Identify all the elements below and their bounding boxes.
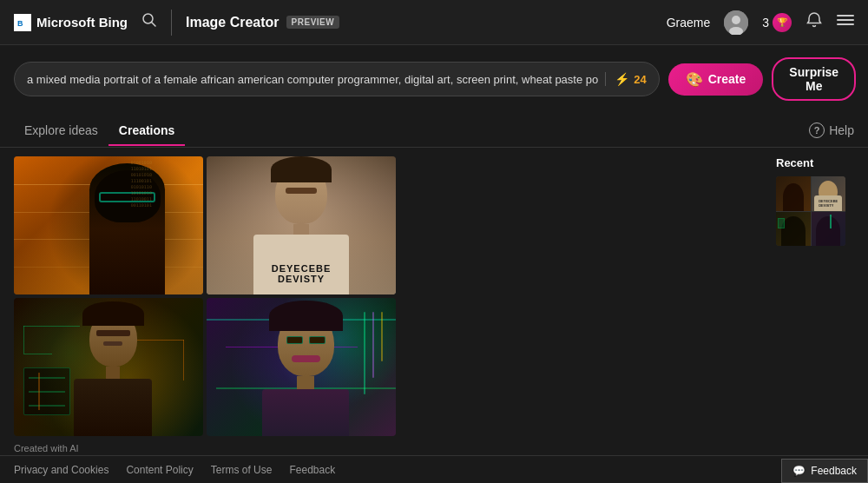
sidebar: Recent DEYECEBEDEVISTY bbox=[776, 156, 854, 455]
image-creator-title: Image Creator bbox=[186, 15, 279, 30]
recent-thumb-4[interactable] bbox=[812, 212, 846, 247]
bing-logo-text: Microsoft Bing bbox=[36, 15, 128, 30]
feedback-button[interactable]: 💬 Feedback bbox=[781, 459, 868, 483]
terms-link[interactable]: Terms of Use bbox=[211, 464, 273, 476]
boost-badge: ⚡ 24 bbox=[605, 72, 646, 86]
shirt-text-line2: DEVISTY bbox=[278, 274, 325, 284]
recent-thumb-2[interactable]: DEYECEBEDEVISTY bbox=[812, 176, 846, 211]
feedback-icon: 💬 bbox=[792, 465, 806, 477]
tab-creations-label: Creations bbox=[119, 123, 175, 137]
search-input-wrapper[interactable]: a mixed media portrait of a female afric… bbox=[14, 62, 660, 96]
header-right: Graeme 3 🏆 bbox=[667, 10, 854, 35]
generated-image-4[interactable] bbox=[207, 298, 396, 436]
main-content: 0100101011010101001010101110010101010110… bbox=[0, 148, 868, 464]
content-policy-link[interactable]: Content Policy bbox=[126, 464, 193, 476]
svg-rect-9 bbox=[837, 23, 854, 25]
recent-thumb-3[interactable] bbox=[776, 212, 811, 247]
svg-text:B: B bbox=[17, 19, 23, 28]
avatar[interactable] bbox=[724, 10, 748, 35]
bing-logo-box: B bbox=[14, 14, 31, 31]
created-with-ai: Created with AI bbox=[14, 443, 79, 453]
header: B Microsoft Bing Image Creator PREVIEW G… bbox=[0, 0, 868, 45]
user-name: Graeme bbox=[667, 16, 711, 30]
search-bar-area: a mixed media portrait of a female afric… bbox=[0, 45, 868, 113]
surprise-label: Surprise Me bbox=[789, 65, 838, 93]
tab-explore-label: Explore ideas bbox=[24, 123, 98, 137]
lightning-icon: ⚡ bbox=[615, 72, 629, 86]
privacy-link[interactable]: Privacy and Cookies bbox=[14, 464, 108, 476]
feedback-label: Feedback bbox=[811, 465, 857, 477]
svg-rect-7 bbox=[837, 15, 854, 17]
menu-icon[interactable] bbox=[837, 11, 854, 33]
footer: Privacy and Cookies Content Policy Terms… bbox=[0, 455, 868, 483]
svg-rect-8 bbox=[837, 19, 854, 21]
bing-logo[interactable]: B Microsoft Bing bbox=[14, 14, 128, 31]
search-icon[interactable] bbox=[141, 12, 157, 32]
shirt-text-line1: DEYECEBE bbox=[272, 263, 332, 274]
coins-badge: 3 🏆 bbox=[762, 13, 792, 32]
preview-badge: PREVIEW bbox=[286, 16, 340, 29]
trophy-icon: 🏆 bbox=[773, 13, 792, 32]
image-grid-area: 0100101011010101001010101110010101010110… bbox=[14, 156, 762, 455]
recent-thumb-1[interactable] bbox=[776, 176, 811, 211]
svg-point-5 bbox=[732, 16, 740, 24]
header-divider bbox=[171, 10, 172, 36]
boost-count: 24 bbox=[634, 73, 646, 86]
create-label: Create bbox=[708, 72, 746, 86]
recent-thumbnails[interactable]: DEYECEBEDEVISTY bbox=[776, 176, 845, 246]
tab-creations[interactable]: Creations bbox=[108, 115, 186, 146]
tab-explore[interactable]: Explore ideas bbox=[14, 115, 108, 146]
create-icon: 🎨 bbox=[686, 71, 703, 88]
generated-image-2[interactable]: DEYECEBE DEVISTY bbox=[207, 156, 396, 294]
feedback-footer-link[interactable]: Feedback bbox=[289, 464, 335, 476]
generated-image-3[interactable] bbox=[14, 298, 203, 436]
svg-line-3 bbox=[152, 23, 156, 27]
tabs-area: Explore ideas Creations ? Help bbox=[0, 113, 868, 148]
create-button[interactable]: 🎨 Create bbox=[668, 63, 764, 96]
surprise-button[interactable]: Surprise Me bbox=[772, 57, 856, 101]
help-button[interactable]: ? Help bbox=[809, 122, 854, 138]
help-label: Help bbox=[829, 123, 854, 137]
coin-count: 3 bbox=[762, 16, 769, 30]
notifications-icon[interactable] bbox=[806, 11, 823, 33]
generated-image-1[interactable]: 0100101011010101001010101110010101010110… bbox=[14, 156, 203, 294]
image-grid: 0100101011010101001010101110010101010110… bbox=[14, 156, 396, 436]
recent-label: Recent bbox=[776, 156, 854, 169]
help-circle-icon: ? bbox=[809, 122, 825, 138]
search-input[interactable]: a mixed media portrait of a female afric… bbox=[27, 73, 598, 86]
